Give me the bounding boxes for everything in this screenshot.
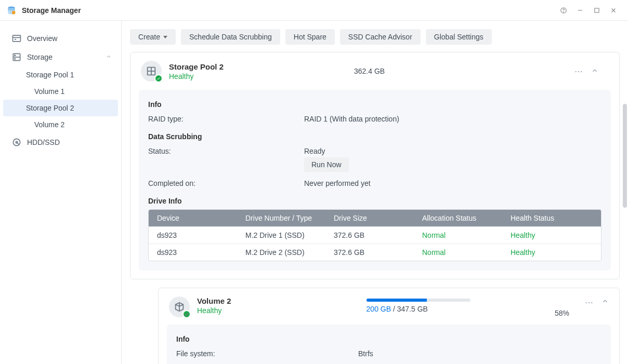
raid-type-label: RAID type: (148, 115, 304, 123)
create-button[interactable]: Create (130, 29, 176, 45)
col-health: Health Status (511, 214, 593, 222)
volume-icon (169, 296, 190, 317)
scrub-status-value: Ready (304, 147, 349, 155)
sidebar-item-overview[interactable]: Overview (0, 29, 121, 48)
sidebar-item-label: Volume 2 (34, 120, 64, 129)
cell-size: 372.6 GB (334, 231, 422, 239)
toolbar: Create Schedule Data Scrubbing Hot Spare… (130, 29, 620, 45)
hdd-icon (11, 137, 22, 147)
ssd-cache-advisor-button[interactable]: SSD Cache Advisor (340, 29, 421, 45)
sidebar-item-label: Storage Pool 1 (26, 71, 74, 79)
svg-rect-5 (595, 8, 599, 12)
fs-value: Btrfs (358, 349, 373, 358)
sidebar: Overview Storage Storage Pool 1 Volume 1… (0, 21, 122, 364)
scrollbar-thumb[interactable] (623, 104, 627, 208)
run-now-button[interactable]: Run Now (304, 157, 349, 172)
storage-icon (11, 52, 22, 62)
cell-health: Healthy (511, 231, 593, 239)
completed-on-label: Completed on: (148, 179, 304, 187)
total-value: 347.5 GB (397, 305, 428, 313)
pool-status: Healthy (169, 72, 224, 80)
svg-point-13 (15, 55, 16, 56)
status-badge-icon (154, 74, 163, 83)
pool-title: Storage Pool 2 (169, 62, 224, 71)
scrubbing-section-title: Data Scrubbing (148, 132, 601, 141)
cell-health: Healthy (511, 248, 593, 257)
table-row[interactable]: ds923 M.2 Drive 2 (SSD) 372.6 GB Normal … (149, 244, 601, 261)
drive-table: Device Drive Number / Type Drive Size Al… (148, 209, 601, 261)
usage-percent: 58% (555, 309, 569, 317)
caret-down-icon (163, 36, 167, 38)
sidebar-item-label: Volume 1 (34, 87, 64, 96)
titlebar: Storage Manager (0, 0, 628, 21)
more-actions-button[interactable]: ⋯ (574, 66, 584, 76)
sidebar-item-pool1[interactable]: Storage Pool 1 (0, 66, 121, 83)
status-badge-icon (182, 310, 191, 318)
svg-point-1 (12, 10, 16, 14)
completed-on-value: Never performed yet (304, 179, 371, 187)
global-settings-button[interactable]: Global Settings (426, 29, 492, 45)
separator: / (391, 305, 397, 313)
more-actions-button[interactable]: ⋯ (585, 298, 594, 307)
maximize-button[interactable] (588, 2, 605, 19)
table-row[interactable]: ds923 M.2 Drive 1 (SSD) 372.6 GB Normal … (149, 226, 601, 244)
cell-size: 372.6 GB (334, 248, 422, 257)
pool-info-panel: Info RAID type: RAID 1 (With data protec… (139, 90, 611, 271)
collapse-button[interactable] (601, 298, 609, 307)
volume-status: Healthy (197, 306, 231, 315)
capacity-text: 200 GB / 347.5 GB (367, 305, 428, 313)
sidebar-item-label: Storage (27, 53, 53, 61)
sidebar-item-pool2[interactable]: Storage Pool 2 (3, 100, 118, 116)
volume-title: Volume 2 (197, 296, 231, 305)
cell-device: ds923 (157, 231, 245, 239)
svg-rect-8 (13, 35, 21, 42)
help-button[interactable] (555, 2, 572, 19)
col-alloc: Allocation Status (422, 214, 511, 222)
collapse-button[interactable] (591, 67, 598, 76)
fs-label: File system: (176, 349, 358, 358)
window-title: Storage Manager (22, 6, 81, 15)
sidebar-item-label: Storage Pool 2 (26, 104, 74, 112)
content-area: Create Schedule Data Scrubbing Hot Spare… (122, 21, 628, 364)
table-header: Device Drive Number / Type Drive Size Al… (149, 210, 601, 226)
cell-alloc: Normal (422, 231, 511, 239)
drive-info-section-title: Drive Info (148, 197, 601, 205)
hot-spare-button[interactable]: Hot Spare (285, 29, 335, 45)
info-section-title: Info (176, 335, 601, 343)
cell-drive: M.2 Drive 2 (SSD) (245, 248, 334, 257)
usage-bar (367, 299, 470, 302)
schedule-scrubbing-button[interactable]: Schedule Data Scrubbing (181, 29, 280, 45)
info-section-title: Info (148, 100, 601, 109)
cell-alloc: Normal (422, 248, 511, 257)
chevron-up-icon (106, 53, 112, 61)
sidebar-item-volume2[interactable]: Volume 2 (0, 116, 121, 133)
svg-point-3 (564, 11, 564, 12)
button-label: Create (138, 33, 160, 41)
close-button[interactable] (605, 2, 622, 19)
svg-point-14 (15, 59, 16, 60)
sidebar-item-label: HDD/SSD (27, 138, 60, 146)
sidebar-item-storage[interactable]: Storage (0, 48, 121, 66)
minimize-button[interactable] (572, 2, 588, 19)
used-value: 200 GB (367, 305, 391, 313)
volume-card: Volume 2 Healthy 200 GB / 347.5 GB 58% ⋯ (158, 288, 620, 364)
scrub-status-label: Status: (148, 147, 304, 172)
sidebar-item-label: Overview (27, 34, 57, 43)
pool-capacity: 362.4 GB (354, 67, 385, 75)
storage-pool-card: Storage Pool 2 Healthy 362.4 GB ⋯ Info R… (130, 52, 620, 279)
pool-icon (141, 61, 162, 82)
col-drive-num: Drive Number / Type (245, 214, 334, 222)
cell-drive: M.2 Drive 1 (SSD) (245, 231, 334, 239)
raid-type-value: RAID 1 (With data protection) (304, 115, 399, 123)
volume-info-panel: Info File system: Btrfs (167, 325, 611, 364)
cell-device: ds923 (157, 248, 245, 257)
sidebar-item-hdd-ssd[interactable]: HDD/SSD (0, 133, 121, 152)
app-icon (6, 5, 17, 16)
overview-icon (11, 33, 22, 44)
sidebar-item-volume1[interactable]: Volume 1 (0, 83, 121, 100)
col-drive-size: Drive Size (334, 214, 422, 222)
col-device: Device (157, 214, 245, 222)
